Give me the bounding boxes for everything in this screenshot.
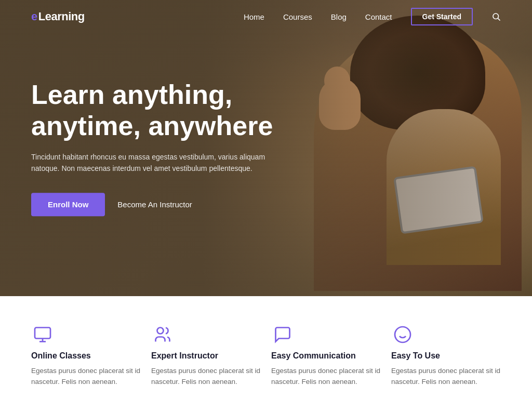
feature-expert-instructor-desc: Egestas purus donec placerat sit id nasc… <box>151 366 261 388</box>
easy-communication-icon <box>271 323 294 346</box>
feature-online-classes: Online Classes Egestas purus donec place… <box>31 323 141 388</box>
svg-point-0 <box>493 14 499 19</box>
hero-buttons: Enroll Now Become An Instructor <box>31 193 322 217</box>
hero-subtitle: Tincidunt habitant rhoncus eu massa eges… <box>31 151 286 175</box>
search-icon <box>491 12 501 21</box>
logo: e Learning <box>31 10 85 23</box>
easy-to-use-icon <box>391 323 414 346</box>
feature-easy-to-use-desc: Egestas purus donec placerat sit id nasc… <box>391 366 501 388</box>
online-classes-icon <box>31 323 54 346</box>
hero-section: e Learning Home Courses Blog Contact Get… <box>0 0 532 296</box>
become-instructor-button[interactable]: Become An Instructor <box>117 201 192 209</box>
feature-easy-communication-desc: Egestas purus donec placerat sit id nasc… <box>271 366 381 388</box>
smile-icon <box>393 325 412 344</box>
users-icon <box>153 325 172 344</box>
enroll-now-button[interactable]: Enroll Now <box>31 193 105 217</box>
feature-online-classes-title: Online Classes <box>31 351 141 361</box>
feature-easy-communication-title: Easy Communication <box>271 351 381 361</box>
feature-expert-instructor-title: Expert Instructor <box>151 351 261 361</box>
nav-courses[interactable]: Courses <box>283 12 312 21</box>
search-button[interactable] <box>491 12 501 21</box>
feature-easy-communication: Easy Communication Egestas purus donec p… <box>271 323 381 388</box>
svg-rect-2 <box>35 328 50 339</box>
expert-instructor-icon <box>151 323 174 346</box>
svg-point-5 <box>157 328 164 334</box>
chat-icon <box>273 325 292 344</box>
nav-links: Home Courses Blog Contact Get Started <box>244 8 501 25</box>
svg-line-1 <box>498 18 500 20</box>
feature-easy-to-use-title: Easy To Use <box>391 351 501 361</box>
feature-online-classes-desc: Egestas purus donec placerat sit id nasc… <box>31 366 141 388</box>
logo-text: Learning <box>38 10 85 23</box>
feature-expert-instructor: Expert Instructor Egestas purus donec pl… <box>151 323 261 388</box>
feature-easy-to-use: Easy To Use Egestas purus donec placerat… <box>391 323 501 388</box>
features-section: Online Classes Egestas purus donec place… <box>0 296 532 399</box>
hero-content: Learn anything, anytime, anywhere Tincid… <box>31 79 322 216</box>
svg-point-6 <box>395 327 410 342</box>
nav-home[interactable]: Home <box>244 12 264 21</box>
nav-contact[interactable]: Contact <box>365 12 392 21</box>
logo-e: e <box>31 10 37 23</box>
hero-title: Learn anything, anytime, anywhere <box>31 79 322 142</box>
monitor-icon <box>33 325 52 344</box>
nav-blog[interactable]: Blog <box>331 12 347 21</box>
navbar: e Learning Home Courses Blog Contact Get… <box>0 0 532 33</box>
get-started-button[interactable]: Get Started <box>411 8 473 25</box>
